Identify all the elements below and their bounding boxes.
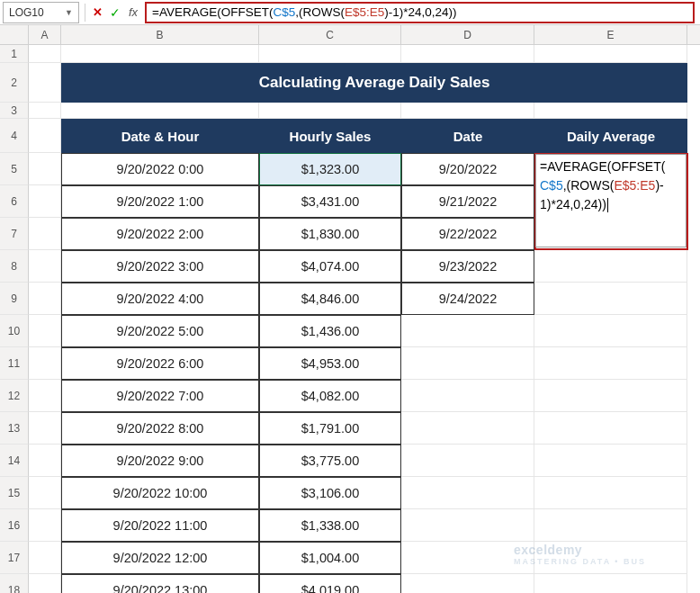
th-hourly-sales[interactable]: Hourly Sales bbox=[259, 119, 401, 153]
cell-dh[interactable]: 9/20/2022 4:00 bbox=[61, 283, 259, 315]
cell[interactable] bbox=[401, 380, 534, 412]
cell-dh[interactable]: 9/20/2022 6:00 bbox=[61, 347, 259, 380]
cell-dh[interactable]: 9/20/2022 12:00 bbox=[61, 542, 259, 574]
cell[interactable] bbox=[29, 445, 61, 477]
cell[interactable] bbox=[29, 315, 61, 347]
cell-hs[interactable]: $1,323.00 bbox=[259, 153, 401, 185]
inline-formula-edit[interactable]: =AVERAGE(OFFSET(C$5,(ROWS(E$5:E5)-1)*24,… bbox=[535, 154, 687, 247]
fx-button[interactable]: fx bbox=[124, 4, 142, 22]
row-14[interactable]: 14 bbox=[0, 445, 29, 477]
cell[interactable] bbox=[534, 347, 687, 380]
row-17[interactable]: 17 bbox=[0, 542, 29, 574]
row-12[interactable]: 12 bbox=[0, 380, 29, 412]
cell[interactable] bbox=[534, 412, 687, 445]
cell[interactable] bbox=[29, 218, 61, 250]
cell-hs[interactable]: $1,791.00 bbox=[259, 412, 401, 445]
cell-dh[interactable]: 9/20/2022 7:00 bbox=[61, 380, 259, 412]
th-daily-average[interactable]: Daily Average bbox=[534, 119, 687, 153]
cell-hs[interactable]: $3,775.00 bbox=[259, 445, 401, 477]
cell-dh[interactable]: 9/20/2022 5:00 bbox=[61, 315, 259, 347]
cell[interactable] bbox=[534, 103, 687, 119]
cell[interactable] bbox=[534, 574, 687, 593]
cell[interactable] bbox=[401, 542, 534, 574]
cell-hs[interactable]: $4,074.00 bbox=[259, 250, 401, 283]
formula-input[interactable]: =AVERAGE(OFFSET(C$5,(ROWS(E$5:E5)-1)*24,… bbox=[145, 2, 695, 23]
cell[interactable] bbox=[259, 103, 401, 119]
row-3[interactable]: 3 bbox=[0, 103, 29, 119]
cell[interactable] bbox=[61, 103, 259, 119]
cell-hs[interactable]: $4,953.00 bbox=[259, 347, 401, 380]
cell-dh[interactable]: 9/20/2022 11:00 bbox=[61, 509, 259, 542]
th-date[interactable]: Date bbox=[401, 119, 534, 153]
cell-dh[interactable]: 9/20/2022 0:00 bbox=[61, 153, 259, 185]
cancel-button[interactable]: ✕ bbox=[88, 4, 106, 22]
cell[interactable] bbox=[29, 63, 61, 103]
cell[interactable] bbox=[534, 45, 687, 63]
cell-d[interactable]: 9/23/2022 bbox=[401, 250, 534, 283]
select-all-corner[interactable] bbox=[0, 25, 29, 44]
cell[interactable] bbox=[29, 153, 61, 185]
cell[interactable] bbox=[401, 347, 534, 380]
cell-hs[interactable]: $1,436.00 bbox=[259, 315, 401, 347]
cell[interactable] bbox=[29, 347, 61, 380]
cell[interactable] bbox=[29, 574, 61, 593]
row-16[interactable]: 16 bbox=[0, 509, 29, 542]
cell-hs[interactable]: $1,830.00 bbox=[259, 218, 401, 250]
cell[interactable] bbox=[401, 412, 534, 445]
cell[interactable] bbox=[29, 380, 61, 412]
cell[interactable] bbox=[29, 45, 61, 63]
row-15[interactable]: 15 bbox=[0, 477, 29, 509]
row-18[interactable]: 18 bbox=[0, 574, 29, 593]
cell[interactable] bbox=[401, 574, 534, 593]
cell[interactable] bbox=[401, 445, 534, 477]
cell[interactable] bbox=[401, 509, 534, 542]
row-6[interactable]: 6 bbox=[0, 185, 29, 218]
chevron-down-icon[interactable]: ▼ bbox=[65, 8, 73, 17]
cell[interactable] bbox=[29, 185, 61, 218]
cell[interactable] bbox=[534, 250, 687, 283]
cell[interactable] bbox=[401, 477, 534, 509]
cell-hs[interactable]: $3,106.00 bbox=[259, 477, 401, 509]
cell[interactable] bbox=[29, 477, 61, 509]
cell-hs[interactable]: $1,004.00 bbox=[259, 542, 401, 574]
cell-dh[interactable]: 9/20/2022 13:00 bbox=[61, 574, 259, 593]
col-E[interactable]: E bbox=[534, 25, 687, 44]
cell[interactable] bbox=[29, 119, 61, 153]
row-9[interactable]: 9 bbox=[0, 283, 29, 315]
row-5[interactable]: 5 bbox=[0, 153, 29, 185]
cell[interactable] bbox=[29, 542, 61, 574]
row-10[interactable]: 10 bbox=[0, 315, 29, 347]
row-13[interactable]: 13 bbox=[0, 412, 29, 445]
row-11[interactable]: 11 bbox=[0, 347, 29, 380]
cell-dh[interactable]: 9/20/2022 8:00 bbox=[61, 412, 259, 445]
cell[interactable] bbox=[534, 380, 687, 412]
cell-hs[interactable]: $1,338.00 bbox=[259, 509, 401, 542]
row-2[interactable]: 2 bbox=[0, 63, 29, 103]
name-box[interactable]: LOG10 ▼ bbox=[3, 2, 79, 23]
cell-dh[interactable]: 9/20/2022 3:00 bbox=[61, 250, 259, 283]
cell-dh[interactable]: 9/20/2022 2:00 bbox=[61, 218, 259, 250]
cell[interactable] bbox=[401, 45, 534, 63]
col-D[interactable]: D bbox=[401, 25, 534, 44]
cell[interactable] bbox=[29, 250, 61, 283]
cell-d[interactable]: 9/21/2022 bbox=[401, 185, 534, 218]
col-B[interactable]: B bbox=[61, 25, 259, 44]
cell-d[interactable]: 9/24/2022 bbox=[401, 283, 534, 315]
cell[interactable] bbox=[29, 509, 61, 542]
cell-hs[interactable]: $3,431.00 bbox=[259, 185, 401, 218]
row-7[interactable]: 7 bbox=[0, 218, 29, 250]
cell[interactable] bbox=[401, 315, 534, 347]
cell-dh[interactable]: 9/20/2022 9:00 bbox=[61, 445, 259, 477]
cell[interactable] bbox=[61, 45, 259, 63]
cell[interactable] bbox=[401, 103, 534, 119]
cell[interactable] bbox=[534, 509, 687, 542]
row-1[interactable]: 1 bbox=[0, 45, 29, 63]
cell-hs[interactable]: $4,019.00 bbox=[259, 574, 401, 593]
row-8[interactable]: 8 bbox=[0, 250, 29, 283]
cell[interactable] bbox=[29, 103, 61, 119]
cell-hs[interactable]: $4,846.00 bbox=[259, 283, 401, 315]
cell[interactable] bbox=[534, 283, 687, 315]
cell[interactable] bbox=[259, 45, 401, 63]
accept-button[interactable]: ✓ bbox=[106, 4, 124, 22]
cell[interactable] bbox=[534, 477, 687, 509]
